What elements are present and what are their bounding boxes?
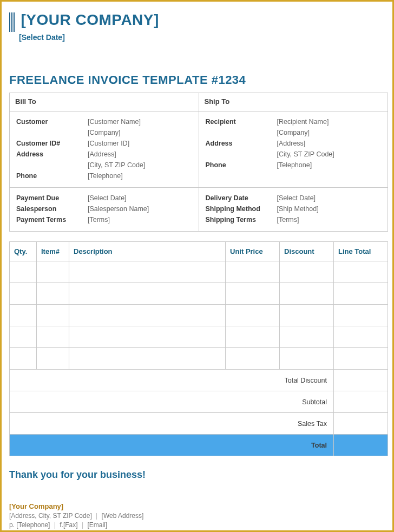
cell-qty[interactable] <box>10 348 37 370</box>
bill-address-line1[interactable]: [Address] <box>88 149 192 159</box>
cell-line_total[interactable] <box>334 283 388 305</box>
shipping-method-label: Shipping Method <box>206 204 276 214</box>
company-name-placeholder[interactable]: [YOUR COMPANY] <box>21 11 159 29</box>
customer-name-value[interactable]: [Customer Name] <box>88 117 192 127</box>
cell-unit_price[interactable] <box>226 283 280 305</box>
cell-line_total[interactable] <box>334 348 388 370</box>
payment-section: Payment Due [Select Date] Salesperson [S… <box>10 188 199 232</box>
cell-discount[interactable] <box>280 305 334 326</box>
cell-description[interactable] <box>69 348 226 370</box>
payment-due-value[interactable]: [Select Date] <box>88 193 192 203</box>
footer-address[interactable]: [Address, City, ST ZIP Code] <box>9 512 92 520</box>
cell-description[interactable] <box>69 305 226 326</box>
customer-company-value[interactable]: [Company] <box>88 128 192 137</box>
col-description: Description <box>69 242 226 261</box>
footer-company-name[interactable]: [Your Company] <box>9 502 385 510</box>
cell-qty[interactable] <box>10 326 37 348</box>
salesperson-value[interactable]: [Salesperson Name] <box>88 204 192 214</box>
cell-unit_price[interactable] <box>226 261 280 283</box>
sales-tax-label: Sales Tax <box>10 413 334 435</box>
thank-you-message: Thank you for your business! <box>9 469 385 481</box>
ship-address-line1[interactable]: [Address] <box>277 139 382 148</box>
cell-line_total[interactable] <box>334 326 388 348</box>
footer-contact-line: p. [Telephone] | f.[Fax] | [Email] <box>9 521 385 529</box>
footer-fax[interactable]: [Fax] <box>63 521 78 529</box>
ship-phone-value[interactable]: [Telephone] <box>277 160 382 170</box>
ship-address-line2[interactable]: [City, ST ZIP Code] <box>277 149 382 159</box>
ship-address-label: Address <box>206 139 276 148</box>
footer-phone[interactable]: [Telephone] <box>16 521 50 529</box>
footer-sep-icon: | <box>80 521 86 529</box>
cell-item[interactable] <box>37 283 69 305</box>
bill-address-line2[interactable]: [City, ST ZIP Code] <box>88 160 192 170</box>
delivery-date-value[interactable]: [Select Date] <box>277 193 382 203</box>
col-discount: Discount <box>280 242 334 261</box>
header-stripes-icon <box>9 12 15 32</box>
document-date-placeholder[interactable]: [Select Date] <box>19 33 385 42</box>
cell-discount[interactable] <box>280 283 334 305</box>
recipient-label: Recipient <box>206 117 276 127</box>
col-unit-price: Unit Price <box>226 242 280 261</box>
footer-sep-icon: | <box>94 512 100 520</box>
delivery-date-label: Delivery Date <box>206 193 276 203</box>
cell-line_total[interactable] <box>334 305 388 326</box>
total-discount-value[interactable] <box>334 370 388 391</box>
footer-fax-prefix: f. <box>60 521 63 529</box>
document-header: [YOUR COMPANY] [Select Date] <box>9 11 385 42</box>
sales-tax-value[interactable] <box>334 413 388 435</box>
customer-id-value[interactable]: [Customer ID] <box>88 139 192 148</box>
grand-total-value[interactable] <box>334 435 388 456</box>
cell-qty[interactable] <box>10 261 37 283</box>
grand-total-label: Total <box>10 435 334 456</box>
cell-description[interactable] <box>69 326 226 348</box>
bill-to-heading: Bill To <box>10 93 199 111</box>
recipient-company-value[interactable]: [Company] <box>277 128 382 137</box>
cell-discount[interactable] <box>280 261 334 283</box>
cell-item[interactable] <box>37 305 69 326</box>
line-items-table: Qty. Item# Description Unit Price Discou… <box>9 241 388 456</box>
bill-ship-table: Bill To Ship To Customer [Customer Name]… <box>9 93 388 232</box>
footer-address-line: [Address, City, ST ZIP Code] | [Web Addr… <box>9 512 385 520</box>
bill-phone-label: Phone <box>16 171 87 181</box>
table-row[interactable] <box>10 326 388 348</box>
recipient-name-value[interactable]: [Recipient Name] <box>277 117 382 127</box>
cell-line_total[interactable] <box>334 261 388 283</box>
payment-terms-value[interactable]: [Terms] <box>88 215 192 225</box>
bill-phone-value[interactable]: [Telephone] <box>88 171 192 181</box>
col-item: Item# <box>37 242 69 261</box>
footer-web[interactable]: [Web Address] <box>102 512 144 520</box>
customer-label: Customer <box>16 117 87 127</box>
footer-sep-icon: | <box>52 521 58 529</box>
table-row[interactable] <box>10 261 388 283</box>
cell-description[interactable] <box>69 283 226 305</box>
cell-unit_price[interactable] <box>226 305 280 326</box>
cell-item[interactable] <box>37 261 69 283</box>
table-row[interactable] <box>10 283 388 305</box>
cell-description[interactable] <box>69 261 226 283</box>
table-row[interactable] <box>10 348 388 370</box>
subtotal-value[interactable] <box>334 391 388 413</box>
ship-phone-label: Phone <box>206 160 276 170</box>
cell-item[interactable] <box>37 348 69 370</box>
cell-qty[interactable] <box>10 305 37 326</box>
salesperson-label: Salesperson <box>16 204 87 214</box>
cell-qty[interactable] <box>10 283 37 305</box>
ship-to-section: Recipient [Recipient Name] [Company] Add… <box>199 111 388 188</box>
footer-email[interactable]: [Email] <box>87 521 107 529</box>
bill-address-label: Address <box>16 149 87 159</box>
customer-id-label: Customer ID# <box>16 139 87 148</box>
shipping-terms-value[interactable]: [Terms] <box>277 215 382 225</box>
shipping-method-value[interactable]: [Ship Method] <box>277 204 382 214</box>
footer-phone-prefix: p. <box>9 521 15 529</box>
total-discount-label: Total Discount <box>10 370 334 391</box>
cell-discount[interactable] <box>280 326 334 348</box>
cell-unit_price[interactable] <box>226 326 280 348</box>
cell-unit_price[interactable] <box>226 348 280 370</box>
shipping-section: Delivery Date [Select Date] Shipping Met… <box>199 188 388 232</box>
cell-discount[interactable] <box>280 348 334 370</box>
payment-due-label: Payment Due <box>16 193 87 203</box>
table-row[interactable] <box>10 305 388 326</box>
col-line-total: Line Total <box>334 242 388 261</box>
payment-terms-label: Payment Terms <box>16 215 87 225</box>
cell-item[interactable] <box>37 326 69 348</box>
